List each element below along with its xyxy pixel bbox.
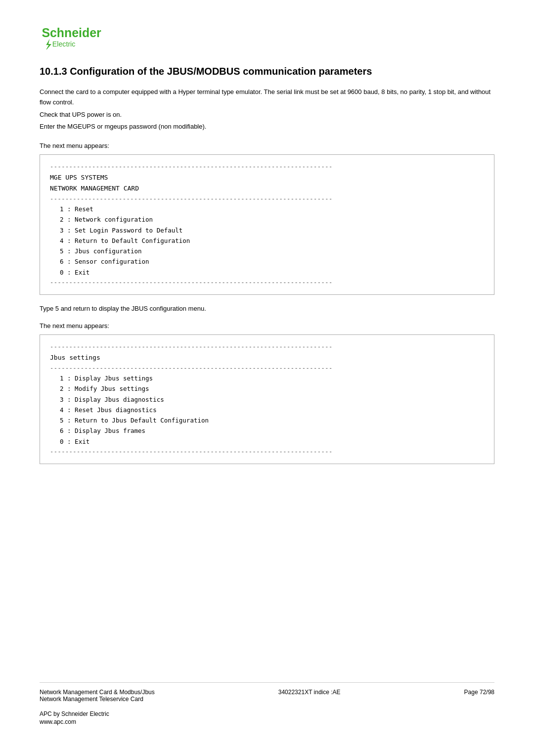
menu2-divider-bottom: ----------------------------------------…	[50, 447, 484, 457]
menu1-header2: NETWORK MANAGEMENT CARD	[50, 183, 484, 194]
menu1-item-5: 5 : Jbus configuration	[50, 246, 484, 256]
footer-left-line1: Network Management Card & Modbus/Jbus	[40, 689, 155, 696]
intro-line2: Check that UPS power is on.	[40, 110, 494, 120]
menu2-item-4: 4 : Reset Jbus diagnostics	[50, 405, 484, 415]
footer-bottom-line1: APC by Schneider Electric	[40, 710, 494, 717]
footer-main-row: Network Management Card & Modbus/Jbus Ne…	[40, 689, 494, 703]
page-footer: Network Management Card & Modbus/Jbus Ne…	[40, 682, 494, 726]
menu1-item-2: 2 : Network configuration	[50, 214, 484, 225]
menu2-header: Jbus settings	[50, 352, 484, 363]
footer-center: 34022321XT indice :AE	[278, 689, 341, 703]
menu1-divider-top: ----------------------------------------…	[50, 162, 484, 172]
intro-line3: Enter the MGEUPS or mgeups password (non…	[40, 122, 494, 132]
menu1-before-label: The next menu appears:	[40, 142, 494, 149]
menu2-item-7: 0 : Exit	[50, 436, 484, 447]
menu1-item-4: 4 : Return to Default Configuration	[50, 236, 484, 246]
svg-text:Electric: Electric	[52, 40, 76, 48]
footer-right: Page 72/98	[464, 689, 494, 703]
menu1-item-1: 1 : Reset	[50, 204, 484, 214]
footer-bottom-line2: www.apc.com	[40, 718, 494, 725]
menu1-divider-mid: ----------------------------------------…	[50, 194, 484, 204]
menu2-divider-top: ----------------------------------------…	[50, 342, 484, 352]
menu1-divider-bottom: ----------------------------------------…	[50, 278, 484, 287]
footer-left: Network Management Card & Modbus/Jbus Ne…	[40, 689, 155, 703]
footer-bottom: APC by Schneider Electric www.apc.com	[40, 710, 494, 725]
footer-left-line2: Network Management Teleservice Card	[40, 696, 155, 703]
menu2-item-1: 1 : Display Jbus settings	[50, 373, 484, 383]
menu2-divider-mid: ----------------------------------------…	[50, 363, 484, 373]
menu2-item-3: 3 : Display Jbus diagnostics	[50, 394, 484, 405]
menu2-item-6: 6 : Display Jbus frames	[50, 425, 484, 436]
page-title: 10.1.3 Configuration of the JBUS/MODBUS …	[40, 66, 494, 77]
between-text1: Type 5 and return to display the JBUS co…	[40, 305, 494, 312]
menu2-terminal-box: ----------------------------------------…	[40, 334, 494, 464]
schneider-electric-logo: Schneider Electric	[40, 20, 119, 49]
menu1-terminal-box: ----------------------------------------…	[40, 154, 494, 295]
menu2-item-5: 5 : Return to Jbus Default Configuration	[50, 415, 484, 425]
menu1-header1: MGE UPS SYSTEMS	[50, 172, 484, 183]
intro-line1: Connect the card to a computer equipped …	[40, 87, 494, 108]
svg-text:Schneider: Schneider	[42, 26, 101, 40]
menu1-item-6: 6 : Sensor configuration	[50, 256, 484, 267]
menu2-before-label: The next menu appears:	[40, 322, 494, 330]
menu2-item-2: 2 : Modify Jbus settings	[50, 383, 484, 394]
menu1-item-3: 3 : Set Login Password to Default	[50, 225, 484, 236]
logo-area: Schneider Electric	[40, 20, 494, 51]
menu1-item-7: 0 : Exit	[50, 267, 484, 278]
intro-section: Connect the card to a computer equipped …	[40, 87, 494, 132]
